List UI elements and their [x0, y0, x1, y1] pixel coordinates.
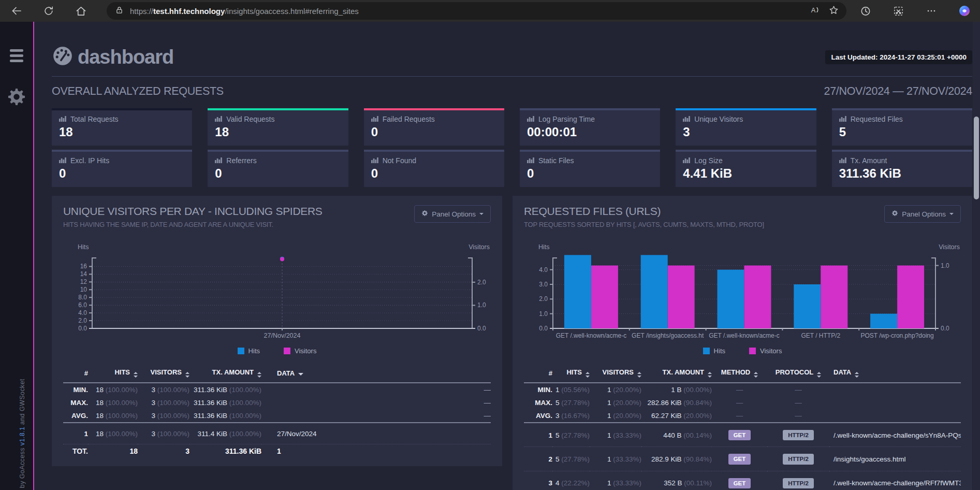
data-cell: /.well-known/acme-challenge/sYn8A-PQsl — [829, 423, 961, 447]
table-row[interactable]: 25 (27.78%)1 (33.33%)282.9 KiB (90.84%)G… — [524, 447, 961, 471]
sort-icon — [134, 372, 138, 378]
svg-text:1.0: 1.0 — [941, 262, 949, 269]
column-header[interactable]: VISITORS — [138, 365, 189, 383]
legend-item[interactable]: Hits — [703, 347, 725, 355]
metric-value: 5 — [839, 125, 965, 139]
table-row[interactable]: 118 (100.00%)3 (100.00%)311.4 KiB (100.0… — [63, 423, 491, 444]
credit-version-link[interactable]: v1.8.1 — [19, 427, 26, 445]
metric-value: 18 — [59, 125, 185, 139]
svg-text:10: 10 — [80, 286, 87, 293]
chart-legend: HitsVisitors — [524, 347, 961, 355]
column-header[interactable]: DATA — [829, 365, 961, 383]
credit-product-link[interactable]: GWSocket — [19, 379, 26, 411]
legend-swatch — [238, 348, 244, 354]
column-header[interactable]: VISITORS — [590, 365, 641, 383]
copilot-button[interactable] — [954, 2, 975, 20]
svg-text:Visitors: Visitors — [469, 243, 490, 251]
legend-label: Visitors — [295, 347, 316, 355]
svg-text:2.0: 2.0 — [477, 279, 486, 286]
legend-item[interactable]: Visitors — [749, 347, 782, 355]
column-header[interactable]: HITS — [88, 365, 138, 383]
metric-label: Log Parsing Time — [538, 115, 595, 123]
metric-value: 18 — [215, 125, 341, 139]
credit-middle: and — [19, 411, 26, 427]
metric-label: Excl. IP Hits — [70, 156, 109, 165]
divider — [52, 76, 972, 77]
metric-card: Static Files0 — [520, 150, 660, 187]
panel-options-button[interactable]: Panel Options — [414, 205, 491, 223]
requests-table: #HITSVISITORSTX. AMOUNTMETHODPROTOCOLDAT… — [524, 365, 961, 490]
svg-text:0.0: 0.0 — [78, 325, 87, 332]
lock-icon[interactable] — [115, 6, 124, 17]
url-bar[interactable]: https://test.hhf.technology/insights/goa… — [107, 2, 846, 20]
scrollbar-thumb[interactable] — [974, 117, 979, 199]
cards-grid: Total Requests18Valid Requests18Failed R… — [52, 108, 972, 187]
settings-button[interactable] — [7, 87, 26, 109]
visitors-chart: HitsVisitors161412108.06.04.02.00.02.01.… — [63, 240, 491, 344]
chart-icon — [371, 115, 378, 123]
svg-text:0.0: 0.0 — [941, 325, 949, 332]
column-header[interactable]: DATA — [261, 365, 491, 383]
svg-text:GET /.well-known/acme-c: GET /.well-known/acme-c — [556, 332, 626, 339]
chart-icon — [527, 115, 534, 123]
column-header[interactable]: HITS — [552, 365, 590, 383]
svg-text:GET /insights/goaccess.ht: GET /insights/goaccess.ht — [632, 332, 704, 339]
protocol-badge: HTTP/2 — [783, 454, 814, 464]
refresh-button[interactable] — [38, 2, 59, 20]
table-row[interactable]: 34 (22.22%)1 (33.33%)352 B (00.11%)GETHT… — [524, 471, 961, 490]
menu-button[interactable] — [10, 49, 23, 62]
refresh-icon — [43, 5, 54, 17]
overview-title: OVERALL ANALYZED REQUESTS — [52, 85, 224, 98]
screenshot-icon — [893, 5, 904, 17]
back-icon — [10, 5, 23, 17]
svg-text:2.0: 2.0 — [78, 317, 87, 324]
metric-value: 4.41 KiB — [683, 166, 809, 181]
dashboard-logo-icon — [52, 45, 74, 69]
back-button[interactable] — [6, 2, 27, 20]
data-cell: 27/Nov/2024 — [261, 423, 491, 444]
panel-subtitle: HITS HAVING THE SAME IP, DATE AND AGENT … — [63, 221, 323, 228]
protocol-badge: HTTP/2 — [783, 430, 814, 440]
panel-unique-visitors: UNIQUE VISITORS PER DAY - INCLUDING SPID… — [52, 196, 502, 466]
legend-item[interactable]: Visitors — [284, 347, 316, 355]
legend-item[interactable]: Hits — [238, 347, 260, 355]
chart-icon — [215, 156, 222, 165]
sort-icon — [257, 372, 261, 378]
scrollbar[interactable] — [973, 22, 980, 490]
metric-card: Not Found0 — [364, 150, 504, 187]
credit-prefix: by GoAccess — [19, 445, 26, 488]
read-aloud-icon[interactable]: A — [809, 4, 821, 18]
summary-row: MIN.1 (05.56%)1 (20.00%)1 B (00.00%)—— — [524, 383, 961, 396]
table-row[interactable]: 15 (27.78%)1 (33.33%)440 B (00.14%)GETHT… — [524, 423, 961, 447]
more-button[interactable] — [921, 2, 942, 20]
metric-card: Log Parsing Time00:00:01 — [520, 108, 660, 146]
chart-icon — [215, 115, 222, 123]
total-row: TOT.183311.36 KiB1 — [63, 444, 491, 458]
svg-text:GET /.well-known/acme-c: GET /.well-known/acme-c — [709, 332, 779, 339]
method-badge: GET — [728, 478, 751, 488]
url-scheme: https:// — [130, 7, 153, 16]
favorite-icon[interactable] — [828, 5, 839, 18]
svg-text:3.0: 3.0 — [539, 281, 548, 288]
column-header[interactable]: # — [63, 365, 88, 383]
column-header[interactable]: TX. AMOUNT — [189, 365, 261, 383]
history-button[interactable] — [855, 2, 875, 20]
sort-icon — [185, 372, 189, 378]
svg-text:POST /wp-cron.php?doing: POST /wp-cron.php?doing — [860, 332, 933, 339]
screenshot-button[interactable] — [888, 2, 909, 20]
sort-caret-icon — [298, 373, 303, 376]
summary-row: AVG.18 (100.00%)3 (100.00%)311.36 KiB (1… — [63, 409, 491, 423]
svg-text:4.0: 4.0 — [78, 309, 87, 316]
metric-card: Total Requests18 — [52, 108, 192, 146]
metric-label: Total Requests — [70, 115, 119, 123]
panel-options-button[interactable]: Panel Options — [884, 205, 961, 223]
chart-icon — [839, 156, 846, 165]
column-header[interactable]: TX. AMOUNT — [641, 365, 712, 383]
column-header[interactable]: # — [524, 365, 552, 383]
column-header[interactable]: PROTOCOL — [767, 365, 829, 383]
panel-title: UNIQUE VISITORS PER DAY - INCLUDING SPID… — [63, 205, 323, 218]
column-header[interactable]: METHOD — [712, 365, 767, 383]
sort-icon — [754, 372, 758, 378]
metric-label: Not Found — [383, 156, 416, 165]
home-button[interactable] — [70, 2, 91, 20]
